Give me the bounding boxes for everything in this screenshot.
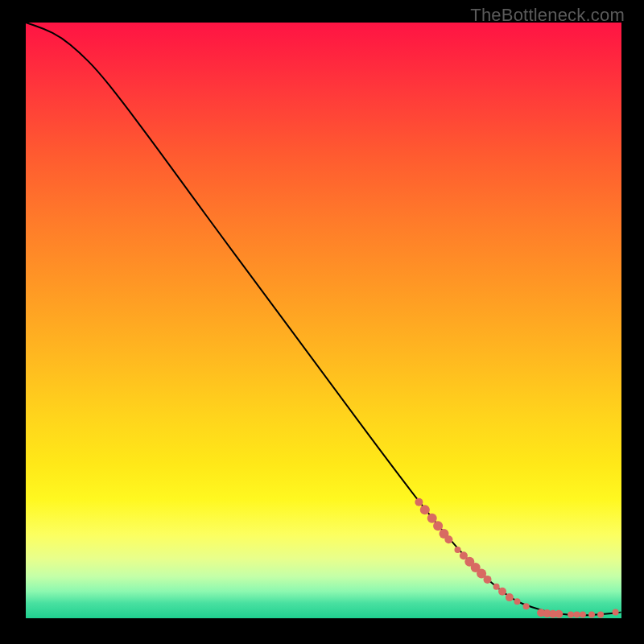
sample-point bbox=[444, 535, 452, 543]
sample-point bbox=[597, 612, 604, 618]
bottleneck-curve bbox=[26, 23, 621, 615]
sample-point bbox=[498, 588, 506, 596]
sample-point bbox=[420, 505, 430, 514]
sample-point bbox=[574, 612, 580, 618]
sample-point bbox=[588, 612, 595, 618]
sample-points-group bbox=[415, 498, 618, 618]
plot-svg bbox=[26, 23, 621, 618]
sample-point bbox=[506, 593, 514, 601]
chart-frame bbox=[26, 23, 621, 618]
sample-point bbox=[493, 584, 500, 590]
sample-point bbox=[427, 514, 437, 523]
sample-point bbox=[555, 610, 563, 618]
sample-point bbox=[523, 603, 530, 609]
sample-point bbox=[415, 498, 423, 506]
sample-point bbox=[568, 612, 574, 618]
sample-point bbox=[484, 576, 492, 584]
sample-point bbox=[580, 612, 586, 618]
sample-point bbox=[455, 547, 461, 553]
sample-point bbox=[514, 598, 521, 605]
sample-point bbox=[433, 521, 443, 530]
sample-point bbox=[613, 609, 619, 616]
